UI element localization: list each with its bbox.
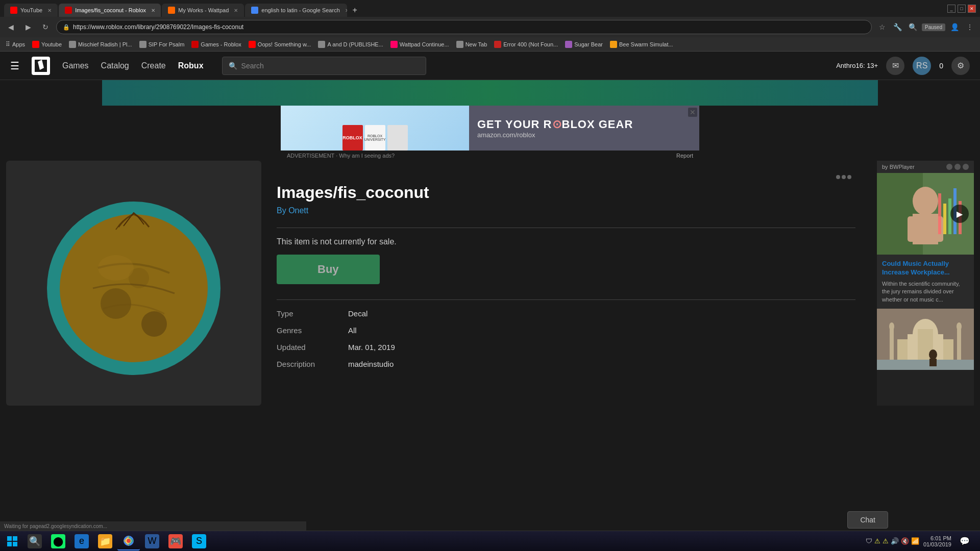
new-tab-button[interactable]: +: [348, 4, 361, 17]
bookmark-apps[interactable]: ⠿ Apps: [4, 41, 27, 48]
tab-close-roblox[interactable]: ✕: [151, 8, 155, 13]
nav-create[interactable]: Create: [141, 61, 166, 70]
taskbar-cortana-icon: ⬤: [51, 534, 65, 548]
bookmark-beeswarm[interactable]: Bee Swarm Simulat...: [608, 41, 675, 48]
tab-wattpad[interactable]: My Works - Wattpad ✕: [162, 4, 244, 17]
close-button[interactable]: ✕: [968, 5, 976, 13]
messages-button[interactable]: ✉: [886, 57, 904, 75]
hamburger-menu[interactable]: ☰: [10, 60, 19, 72]
bookmark-youtube[interactable]: Youtube: [31, 41, 63, 48]
bookmark-games[interactable]: Games - Roblox: [190, 41, 242, 48]
bookmark-wattpad-label: Wattpad Continue...: [400, 41, 449, 47]
back-button[interactable]: ◀: [4, 20, 17, 34]
tab-google[interactable]: english to latin - Google Search ✕: [245, 4, 347, 17]
bookmark-aand[interactable]: A and D (PUBLISHE...: [316, 41, 384, 48]
tab-youtube[interactable]: YouTube ✕: [4, 4, 58, 17]
ad-right: GET YOUR R⊙BLOX GEAR amazon.com/roblox: [469, 106, 699, 151]
ad-close-button[interactable]: ✕: [688, 108, 697, 117]
sys-icon-mute[interactable]: 🔇: [901, 537, 909, 545]
bookmark-sugarbear[interactable]: Sugar Bear: [564, 41, 604, 48]
bookmark-oops[interactable]: Oops! Something w...: [247, 41, 313, 48]
author-name[interactable]: Onett: [288, 206, 308, 215]
sys-icon-warn2[interactable]: ⚠: [883, 537, 889, 545]
dot-btn-1[interactable]: [836, 175, 840, 179]
search-bar[interactable]: 🔍 Search: [222, 57, 426, 75]
bookmark-sip[interactable]: SIP For Psalm: [138, 41, 186, 48]
browser-titlebar: YouTube ✕ Images/fis_coconut - Roblox ✕ …: [0, 0, 980, 17]
forward-button[interactable]: ▶: [21, 20, 35, 34]
tab-close-youtube[interactable]: ✕: [47, 8, 52, 13]
tab-close-google[interactable]: ✕: [345, 8, 348, 13]
sys-icon-warn1[interactable]: ⚠: [874, 537, 880, 545]
bwplayer-btn-1[interactable]: [946, 164, 952, 170]
sys-icon-volume[interactable]: 🔊: [891, 537, 899, 545]
side-panel: by BWPlayer: [877, 161, 974, 406]
buy-button[interactable]: Buy: [277, 255, 380, 284]
nav-games[interactable]: Games: [62, 61, 89, 70]
bwplayer-btn-2[interactable]: [954, 164, 961, 170]
play-button[interactable]: ▶: [950, 205, 969, 223]
chat-button[interactable]: Chat: [847, 511, 888, 529]
bookmark-error[interactable]: Error 400 (Not Foun...: [493, 41, 559, 48]
bookmark-wattpad[interactable]: Wattpad Continue...: [389, 41, 451, 48]
main-content: ROBLOX ROBLOXUNIVERSITY GET YOUR R⊙BLOX …: [0, 80, 980, 531]
description-label: Description: [277, 360, 348, 368]
extensions-icon[interactable]: 🔧: [891, 21, 903, 33]
side-video-thumbnail: ▶: [877, 173, 974, 255]
taskbar-ie[interactable]: e: [70, 532, 93, 550]
sys-icon-security[interactable]: 🛡: [866, 537, 872, 545]
window-controls: _ □ ✕: [947, 5, 976, 13]
genres-value: All: [348, 326, 855, 335]
user-name: Anthro16: 13+: [836, 62, 878, 69]
taskbar-app1[interactable]: 🎮: [164, 532, 187, 550]
search-placeholder: Search: [241, 62, 264, 70]
tab-roblox[interactable]: Images/fis_coconut - Roblox ✕: [59, 4, 161, 17]
roblox-navigation: ☰ Games Catalog Create Robux 🔍 Search An…: [0, 52, 980, 80]
taskbar-explorer[interactable]: 📁: [94, 532, 116, 550]
ad-section: ROBLOX ROBLOXUNIVERSITY GET YOUR R⊙BLOX …: [0, 106, 980, 161]
time-display: 6:01 PM: [923, 535, 951, 541]
ad-report-link[interactable]: Report: [676, 153, 693, 159]
search-icon[interactable]: 🔍: [906, 21, 919, 33]
taskbar-chrome[interactable]: [117, 532, 140, 550]
taskbar-word[interactable]: W: [141, 532, 163, 550]
bwplayer-header: by BWPlayer: [877, 161, 974, 173]
svg-rect-13: [938, 193, 941, 234]
profile-icon[interactable]: 👤: [948, 21, 961, 33]
side-video-title[interactable]: Could Music Actually Increase Workplace.…: [882, 260, 969, 277]
maximize-button[interactable]: □: [958, 5, 966, 13]
dot-btn-2[interactable]: [842, 175, 846, 179]
item-title: Images/fis_coconut: [277, 183, 855, 202]
updated-value: Mar. 01, 2019: [348, 343, 855, 352]
taskbar-search[interactable]: 🔍: [23, 532, 46, 550]
taskbar-sys-icons: 🛡 ⚠ ⚠ 🔊 🔇 📶: [866, 537, 919, 545]
minimize-button[interactable]: _: [947, 5, 955, 13]
nav-robux[interactable]: Robux: [178, 61, 204, 70]
bookmark-error-icon: [494, 41, 501, 48]
avatar-button[interactable]: RS: [913, 57, 931, 75]
nav-catalog[interactable]: Catalog: [101, 61, 129, 70]
shirt-white1: ROBLOXUNIVERSITY: [365, 125, 385, 151]
dot-btn-3[interactable]: [847, 175, 851, 179]
ad-left: ROBLOX ROBLOXUNIVERSITY: [281, 106, 469, 151]
taskbar-cortana[interactable]: ⬤: [47, 532, 69, 550]
bwplayer-btn-3[interactable]: [963, 164, 969, 170]
browser-tabs: YouTube ✕ Images/fis_coconut - Roblox ✕ …: [4, 0, 361, 17]
status-bar: Waiting for pagead2.googlesyndication.co…: [0, 521, 306, 531]
notifications-button[interactable]: 💬: [955, 532, 974, 550]
sys-icon-network[interactable]: 📶: [911, 537, 919, 545]
taskbar-skype[interactable]: S: [188, 532, 210, 550]
bookmark-mischief[interactable]: Mischief Radish | Pl...: [67, 41, 134, 48]
bookmark-icon[interactable]: ☆: [876, 21, 888, 33]
roblox-logo[interactable]: [32, 57, 50, 75]
bookmark-newtab[interactable]: New Tab: [455, 41, 489, 48]
ad-tagline: GET YOUR R⊙BLOX GEAR: [477, 118, 633, 131]
menu-icon[interactable]: ⋮: [964, 21, 976, 33]
address-bar[interactable]: 🔒 https://www.roblox.com/library/2908769…: [56, 20, 872, 34]
start-button[interactable]: [2, 532, 22, 550]
refresh-button[interactable]: ↻: [39, 20, 52, 34]
tab-close-wattpad[interactable]: ✕: [234, 8, 238, 13]
svg-point-29: [929, 349, 937, 360]
settings-button[interactable]: ⚙: [951, 57, 970, 75]
svg-rect-28: [877, 360, 974, 370]
